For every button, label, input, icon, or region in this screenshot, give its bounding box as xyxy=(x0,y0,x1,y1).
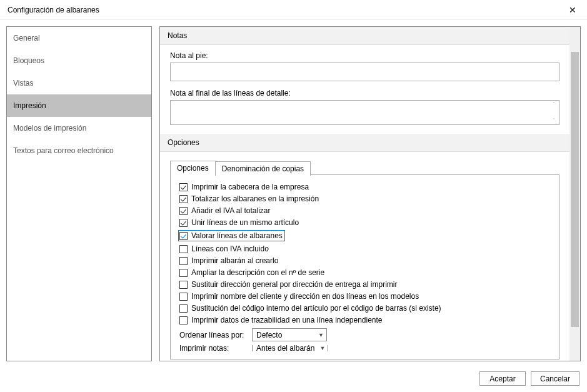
sidebar-item-bloqueos[interactable]: Bloqueos xyxy=(7,49,151,72)
checkbox-icon xyxy=(179,183,188,191)
section-header-notas: Notas xyxy=(160,27,569,45)
section-body-opciones: Opciones Denominación de copias Imprimir… xyxy=(160,152,569,361)
titlebar: Configuración de albaranes ✕ xyxy=(0,0,587,20)
tabs: Opciones Denominación de copias xyxy=(170,161,559,175)
checkbox-label: Imprimir albarán al crearlo xyxy=(191,256,278,265)
sidebar-item-vistas[interactable]: Vistas xyxy=(7,72,151,94)
checkbox-icon xyxy=(179,195,188,203)
checkbox-label: Imprimir nombre del cliente y dirección … xyxy=(191,292,419,301)
checkbox-label: Imprimir la cabecera de la empresa xyxy=(191,183,309,191)
nota-final-input[interactable]: ˄ ˅ xyxy=(170,100,559,125)
combo-value: Defecto xyxy=(256,331,282,339)
checkbox-label: Valorar líneas de albaranes xyxy=(191,231,283,240)
checkbox-row-sustituir-direccion[interactable]: Sustituir dirección general por direcció… xyxy=(179,280,550,289)
checkbox-label: Líneas con IVA incluido xyxy=(191,244,269,253)
chevron-down-icon: ▼ xyxy=(319,345,325,351)
imprimir-notas-label: Imprimir notas: xyxy=(179,345,246,351)
checkbox-icon xyxy=(179,219,188,227)
checkbox-row-anadir-iva[interactable]: Añadir el IVA al totalizar xyxy=(179,206,550,215)
cancel-button[interactable]: Cancelar xyxy=(531,371,579,386)
sidebar-item-textos-correo[interactable]: Textos para correo electrónico xyxy=(7,139,151,162)
textarea-scrollbar[interactable]: ˄ ˅ xyxy=(549,101,558,124)
checkbox-icon xyxy=(179,232,188,240)
checkbox-label: Ampliar la descripción con el nº de seri… xyxy=(191,268,324,277)
content-panel: Notas Nota al pie: Nota al final de las … xyxy=(159,26,581,361)
checkbox-row-imprimir-trazabilidad[interactable]: Imprimir datos de trazabilidad en una lí… xyxy=(179,316,550,324)
imprimir-notas-row: Imprimir notas: Antes del albarán ▼ xyxy=(179,345,550,351)
checkbox-icon xyxy=(179,281,188,289)
footer: Aceptar Cancelar xyxy=(479,371,579,386)
sidebar: General Bloqueos Vistas Impresión Modelo… xyxy=(6,26,152,361)
main-area: General Bloqueos Vistas Impresión Modelo… xyxy=(0,20,587,368)
checkbox-icon xyxy=(179,316,188,324)
scrollbar-thumb[interactable] xyxy=(571,52,579,327)
combo-value: Antes del albarán xyxy=(256,345,314,351)
nota-final-label: Nota al final de las líneas de detalle: xyxy=(170,89,559,98)
accept-button[interactable]: Aceptar xyxy=(479,371,526,386)
sidebar-item-modelos[interactable]: Modelos de impresión xyxy=(7,117,151,139)
checkbox-row-sustitucion-codigo[interactable]: Sustitución del código interno del artíc… xyxy=(179,304,550,313)
nota-pie-input[interactable] xyxy=(170,63,559,81)
tab-opciones[interactable]: Opciones xyxy=(170,161,216,175)
ordenar-lineas-row: Ordenar líneas por: Defecto ▼ xyxy=(179,328,550,341)
checkbox-row-valorar-lineas[interactable]: Valorar líneas de albaranes xyxy=(178,230,285,241)
imprimir-notas-combo[interactable]: Antes del albarán ▼ xyxy=(252,345,328,351)
checkbox-row-unir-lineas[interactable]: Unir líneas de un mismo artículo xyxy=(179,218,550,227)
scroll-up-icon: ˄ xyxy=(553,101,556,108)
checkbox-row-totalizar[interactable]: Totalizar los albaranes en la impresión xyxy=(179,194,550,203)
chevron-down-icon: ▼ xyxy=(318,332,324,338)
ordenar-lineas-combo[interactable]: Defecto ▼ xyxy=(252,328,327,341)
checkbox-label: Imprimir datos de trazabilidad en una lí… xyxy=(191,316,383,324)
checkbox-row-imprimir-cabecera[interactable]: Imprimir la cabecera de la empresa xyxy=(179,183,550,191)
section-body-notas: Nota al pie: Nota al final de las líneas… xyxy=(160,45,569,134)
checkbox-row-imprimir-nombre[interactable]: Imprimir nombre del cliente y dirección … xyxy=(179,292,550,301)
sidebar-item-general[interactable]: General xyxy=(7,27,151,49)
checkbox-icon xyxy=(179,245,188,253)
checkbox-icon xyxy=(179,207,188,215)
checkbox-label: Unir líneas de un mismo artículo xyxy=(191,218,299,227)
checkbox-label: Añadir el IVA al totalizar xyxy=(191,206,271,215)
close-button[interactable]: ✕ xyxy=(558,0,587,20)
checkbox-row-ampliar-descripcion[interactable]: Ampliar la descripción con el nº de seri… xyxy=(179,268,550,277)
content-scroll-area: Notas Nota al pie: Nota al final de las … xyxy=(160,27,569,361)
checkbox-icon xyxy=(179,257,188,265)
sidebar-item-impresion[interactable]: Impresión xyxy=(7,94,151,117)
checkbox-row-lineas-iva[interactable]: Líneas con IVA incluido xyxy=(179,244,550,253)
checkbox-label: Sustituir dirección general por direcció… xyxy=(191,280,397,289)
tab-denominacion-copias[interactable]: Denominación de copias xyxy=(215,161,311,176)
tabpanel-opciones: Imprimir la cabecera de la empresa Total… xyxy=(170,174,559,359)
window-title: Configuración de albaranes xyxy=(8,6,99,14)
checkbox-icon xyxy=(179,293,188,301)
nota-pie-label: Nota al pie: xyxy=(170,51,559,60)
vertical-scrollbar[interactable] xyxy=(569,27,580,361)
checkbox-label: Sustitución del código interno del artíc… xyxy=(191,304,441,313)
checkbox-icon xyxy=(179,269,188,277)
close-icon: ✕ xyxy=(569,5,576,15)
scroll-down-icon: ˅ xyxy=(553,118,556,124)
section-header-opciones: Opciones xyxy=(160,134,569,152)
checkbox-row-imprimir-crearlo[interactable]: Imprimir albarán al crearlo xyxy=(179,256,550,265)
checkbox-label: Totalizar los albaranes en la impresión xyxy=(191,194,319,203)
ordenar-lineas-label: Ordenar líneas por: xyxy=(179,331,246,339)
checkbox-icon xyxy=(179,304,188,313)
